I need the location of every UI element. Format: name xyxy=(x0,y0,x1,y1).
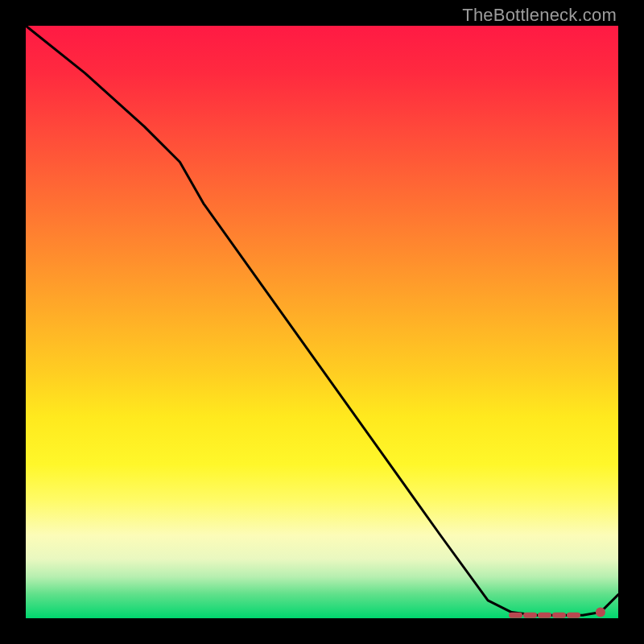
chart-frame: TheBottleneck.com xyxy=(0,0,644,644)
chart-svg xyxy=(26,26,618,618)
watermark-text: TheBottleneck.com xyxy=(462,5,617,26)
end-marker-dot xyxy=(596,608,605,617)
line-series-curve xyxy=(26,26,618,615)
plot-area xyxy=(26,26,618,618)
